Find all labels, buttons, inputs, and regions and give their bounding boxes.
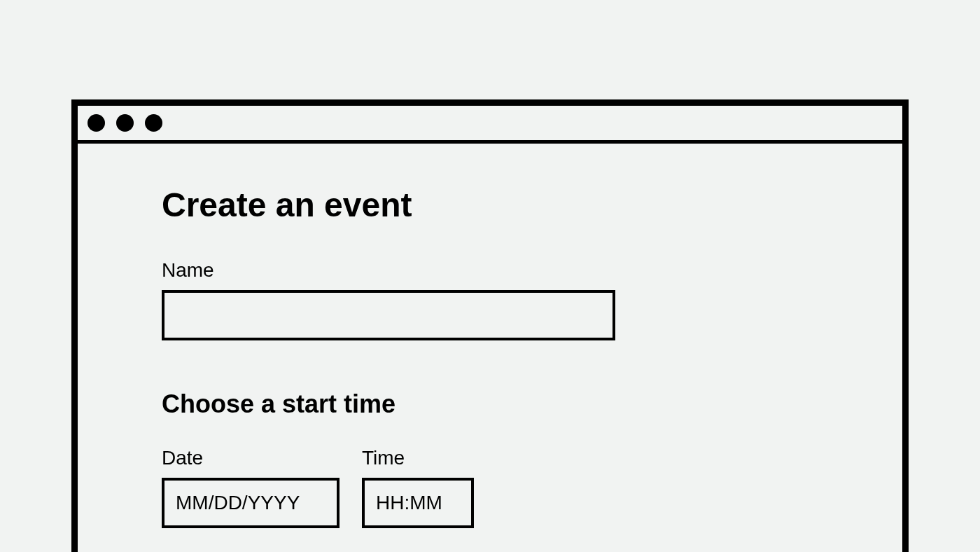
name-label: Name [162,259,818,282]
window-control-close-icon[interactable] [88,114,105,132]
start-time-heading: Choose a start time [162,389,818,419]
window-control-maximize-icon[interactable] [145,114,162,132]
form-content: Create an event Name Choose a start time… [78,144,902,552]
time-input[interactable] [362,478,474,528]
window-titlebar [78,106,902,144]
date-label: Date [162,447,340,469]
window-control-minimize-icon[interactable] [116,114,134,132]
app-window: Create an event Name Choose a start time… [71,99,909,552]
datetime-row: Date Time [162,447,818,528]
time-label: Time [362,447,474,469]
date-input[interactable] [162,478,340,528]
name-input[interactable] [162,290,615,340]
page-title: Create an event [162,186,818,224]
